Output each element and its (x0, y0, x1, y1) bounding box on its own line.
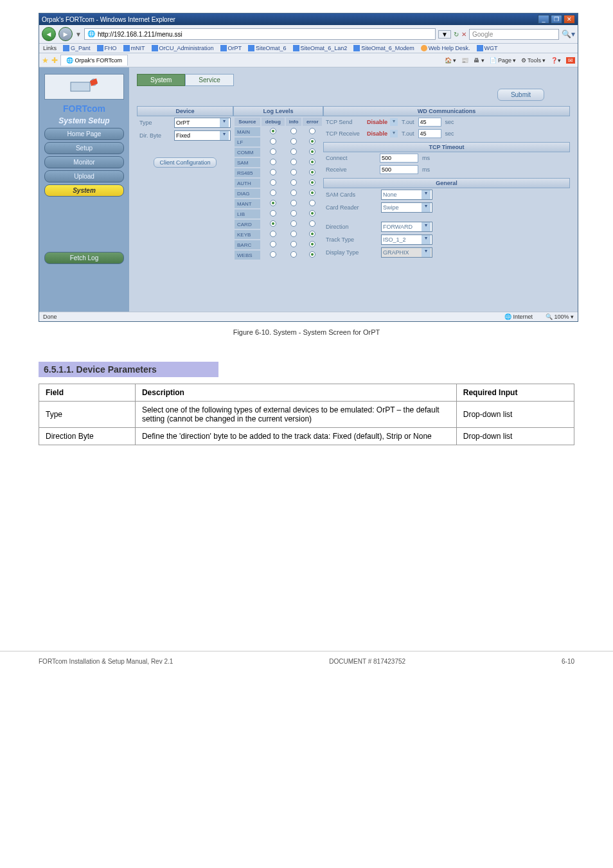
radio-info[interactable] (290, 220, 297, 227)
radio-error[interactable] (309, 251, 315, 258)
radio-info[interactable] (290, 138, 297, 145)
link-item[interactable]: SiteOmat_6 (248, 45, 287, 51)
minimize-button[interactable]: _ (538, 15, 549, 24)
client-config-button[interactable]: Client Configuration (154, 157, 216, 168)
radio-error[interactable] (309, 169, 315, 175)
radio-debug[interactable] (270, 190, 276, 196)
radio-error[interactable] (309, 190, 315, 196)
radio-error[interactable] (309, 210, 315, 217)
radio-debug[interactable] (270, 241, 276, 247)
radio-debug[interactable] (270, 128, 276, 134)
page-menu[interactable]: 📄 Page ▾ (490, 57, 516, 64)
msgr-icon[interactable]: ✉ (566, 57, 575, 64)
radio-debug[interactable] (270, 200, 276, 206)
tools-menu[interactable]: ⚙ Tools ▾ (521, 57, 546, 64)
tab-service[interactable]: Service (185, 74, 233, 86)
radio-info[interactable] (290, 251, 297, 258)
radio-error[interactable] (309, 231, 315, 237)
radio-info[interactable] (290, 159, 297, 165)
radio-error[interactable] (309, 200, 315, 206)
tcp-receive-status[interactable]: Disable (367, 130, 387, 137)
radio-error[interactable] (309, 148, 315, 155)
radio-debug[interactable] (270, 138, 276, 145)
radio-info[interactable] (290, 241, 297, 247)
receive-timeout-input[interactable] (380, 165, 418, 174)
address-field[interactable]: 🌐 http://192.168.1.211/menu.ssi (84, 28, 436, 40)
general-select[interactable]: ISO_1_2▾ (381, 235, 432, 245)
radio-error[interactable] (309, 220, 315, 227)
help-button[interactable]: ❓▾ (551, 57, 561, 64)
general-select[interactable]: None▾ (381, 190, 432, 200)
search-button[interactable]: 🔍▾ (562, 30, 575, 39)
radio-info[interactable] (290, 148, 297, 155)
radio-debug[interactable] (270, 159, 276, 165)
link-item[interactable]: FHO (97, 45, 117, 51)
general-header: General (323, 178, 570, 188)
tcp-send-status[interactable]: Disable (367, 119, 387, 125)
sidebar-item-setup[interactable]: Setup (44, 142, 124, 154)
radio-error[interactable] (309, 179, 315, 186)
maximize-button[interactable]: ❐ (551, 15, 562, 24)
sidebar: FORTcom System Setup Home Page Setup Mon… (39, 67, 129, 312)
tab-system[interactable]: System (137, 74, 185, 86)
link-item[interactable]: SiteOmat_6_Modem (353, 45, 414, 51)
tcp-receive-timeout[interactable] (418, 129, 441, 138)
add-favorites-icon[interactable]: ✚ (51, 56, 58, 65)
fetch-log-button[interactable]: Fetch Log (44, 252, 124, 264)
footer-center: DOCUMENT # 817423752 (329, 658, 405, 665)
sidebar-item-monitor[interactable]: Monitor (44, 156, 124, 168)
radio-debug[interactable] (270, 210, 276, 217)
sidebar-item-home[interactable]: Home Page (44, 128, 124, 140)
radio-info[interactable] (290, 231, 297, 237)
sidebar-item-system[interactable]: System (44, 184, 124, 197)
radio-error[interactable] (309, 138, 315, 145)
feeds-button[interactable]: 📰 (461, 57, 468, 64)
table-row: Type Select one of the following types o… (39, 402, 574, 428)
link-item[interactable]: OrCU_Administration (152, 45, 214, 51)
radio-info[interactable] (290, 169, 297, 175)
chevron-down-icon: ▾ (422, 222, 431, 231)
zoom-indicator[interactable]: 🔍 100% ▾ (546, 314, 574, 320)
radio-debug[interactable] (270, 148, 276, 155)
forward-button[interactable]: ► (58, 27, 73, 41)
link-item[interactable]: mNIT (123, 45, 145, 51)
radio-info[interactable] (290, 190, 297, 196)
radio-error[interactable] (309, 241, 315, 247)
radio-debug[interactable] (270, 179, 276, 186)
close-button[interactable]: ✕ (564, 15, 575, 24)
log-row: WEBS (235, 251, 322, 260)
general-row: Track TypeISO_1_2▾ (323, 233, 570, 246)
browser-tab[interactable]: 🌐 Orpak's FORTcom (60, 55, 128, 66)
dir-byte-select[interactable]: Fixed▾ (174, 130, 231, 141)
submit-button[interactable]: Submit (497, 89, 544, 101)
print-button[interactable]: 🖶 ▾ (474, 57, 484, 64)
general-select[interactable]: FORWARD▾ (381, 222, 432, 232)
chevron-down-icon: ▾ (422, 248, 431, 257)
tcp-send-timeout[interactable] (418, 118, 441, 127)
radio-error[interactable] (309, 128, 315, 134)
radio-debug[interactable] (270, 231, 276, 237)
link-item[interactable]: G_Pant (63, 45, 91, 51)
link-item[interactable]: WGT (477, 45, 498, 51)
back-button[interactable]: ◄ (42, 27, 56, 41)
connect-timeout-input[interactable] (380, 154, 418, 163)
radio-info[interactable] (290, 128, 297, 134)
radio-error[interactable] (309, 159, 315, 165)
chevron-down-icon[interactable]: ▾ (390, 118, 398, 126)
home-button[interactable]: 🏠 ▾ (445, 57, 457, 64)
radio-info[interactable] (290, 200, 297, 206)
radio-info[interactable] (290, 179, 297, 186)
radio-debug[interactable] (270, 220, 276, 227)
link-item[interactable]: OrPT (220, 45, 242, 51)
general-select[interactable]: Swipe▾ (381, 202, 432, 213)
link-item[interactable]: Web Help Desk. (421, 45, 470, 51)
favorites-icon[interactable]: ★ (42, 56, 49, 65)
sidebar-item-upload[interactable]: Upload (44, 170, 124, 182)
link-item[interactable]: SiteOmat_6_Lan2 (293, 45, 348, 51)
chevron-down-icon[interactable]: ▾ (390, 130, 398, 137)
radio-info[interactable] (290, 210, 297, 217)
radio-debug[interactable] (270, 169, 276, 175)
radio-debug[interactable] (270, 251, 276, 258)
type-select[interactable]: OrPT▾ (174, 118, 231, 128)
search-field[interactable]: Google (469, 29, 559, 40)
